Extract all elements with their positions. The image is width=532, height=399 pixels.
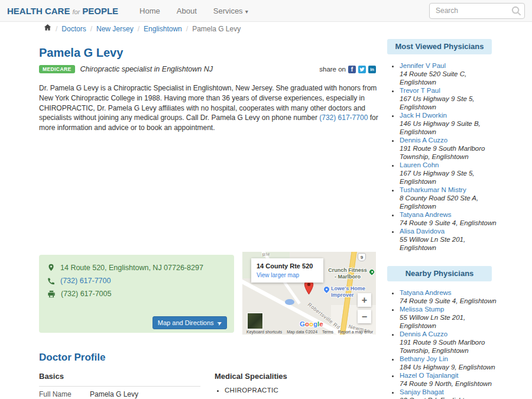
list-item: Sanjay Bhagat92 Court Rd, Englishtown xyxy=(400,388,501,399)
doctor-description: Dr. Pamela G Levy is a Chiropractic Spec… xyxy=(39,83,381,133)
google-map[interactable]: 9 Rte Crunch Fitness - Marlboro Lowe's H… xyxy=(242,252,376,335)
physician-link[interactable]: Trevor T Paul xyxy=(400,87,440,94)
top-navbar: HEALTH CAREforPEOPLE Home About Services xyxy=(0,0,532,22)
navigation-arrow-icon: ➤ xyxy=(216,319,223,327)
physician-link[interactable]: Tatyana Andrews xyxy=(400,289,452,296)
physician-address: 14 Route 520 Suite C, Englishtown xyxy=(400,70,500,86)
map-info-title: 14 County Rte 520 xyxy=(257,262,318,270)
physician-link[interactable]: Tusharkumar N Mistry xyxy=(400,186,466,193)
nav-about[interactable]: About xyxy=(168,7,205,15)
brand-people: PEOPLE xyxy=(82,6,118,16)
nav-services[interactable]: Services xyxy=(205,7,257,15)
list-item: Melissa Stump55 Willow Ln Ste 201, Engli… xyxy=(400,305,501,330)
location-pin-icon xyxy=(47,263,55,272)
basics-block: Basics Full Name Pamela G Levy Gender Fe… xyxy=(39,372,200,399)
physician-address: 191 Route 9 South Marlboro Township, Eng… xyxy=(400,338,500,355)
physician-address: 74 Route 9 North, Englishtown xyxy=(400,379,500,388)
physician-address: 74 Route 9 Suite 4, Englishtown xyxy=(400,297,500,305)
physician-address: 55 Willow Ln Ste 201, Englishtown xyxy=(400,313,500,330)
basics-heading: Basics xyxy=(39,372,200,381)
green-poi-pin-icon[interactable] xyxy=(368,268,376,276)
doctor-phone-link[interactable]: (732) 617-7700 xyxy=(60,277,111,285)
physician-link[interactable]: Sanjay Bhagat xyxy=(400,388,444,395)
breadcrumb-state[interactable]: New Jersey xyxy=(96,25,134,33)
specialities-block: Medical Specialities CHIROPRACTIC xyxy=(215,372,287,399)
phone-row: (732) 617-7700 xyxy=(47,277,226,285)
physician-link[interactable]: Dennis A Cuzzo xyxy=(400,330,447,338)
row-label: Full Name xyxy=(39,387,90,399)
phone-icon xyxy=(47,277,55,285)
search-icon[interactable] xyxy=(511,5,522,17)
description-phone-link[interactable]: (732) 617-7700 xyxy=(319,113,368,122)
list-item: Dennis A Cuzzo191 Route 9 South Marlboro… xyxy=(400,330,501,355)
physician-address: 167 Us Highway 9 Ste 5, Englishtown xyxy=(400,169,500,186)
fax-icon xyxy=(47,290,56,298)
sidebar: Most Viewed Physicians Jennifer V Paul14… xyxy=(387,39,501,399)
physician-address: 191 Route 9 South Marlboro Township, Eng… xyxy=(400,144,500,161)
map-zoom-in-button[interactable]: + xyxy=(358,293,371,307)
linkedin-icon[interactable]: in xyxy=(368,66,376,73)
profile-heading: Doctor Profile xyxy=(39,352,376,364)
physician-link[interactable]: Bethany Joy Lin xyxy=(400,355,448,362)
physician-link[interactable]: Tatyana Andrews xyxy=(400,211,452,218)
twitter-icon[interactable] xyxy=(358,66,366,73)
list-item: Tatyana Andrews74 Route 9 Suite 4, Engli… xyxy=(400,210,501,227)
breadcrumb-city[interactable]: Englishtown xyxy=(144,25,182,33)
site-logo[interactable]: HEALTH CAREforPEOPLE xyxy=(7,6,118,16)
doctor-fax: (732) 617-7005 xyxy=(61,290,111,298)
physician-link[interactable]: Dennis A Cuzzo xyxy=(400,137,447,144)
list-item: Hazel O Tajanlangit74 Route 9 North, Eng… xyxy=(400,371,501,388)
doctor-summary: Pamela G Levy MEDICARE Chiropractic spec… xyxy=(39,46,376,140)
page-title: Pamela G Levy xyxy=(39,46,376,60)
nav-home[interactable]: Home xyxy=(131,7,168,15)
report-map-error-link[interactable]: Report a map error xyxy=(338,330,373,334)
doctor-address: 14 Route 520, Englishtown, NJ 07726-8297 xyxy=(60,264,203,272)
map-directions-button[interactable]: Map and Directions ➤ xyxy=(153,316,227,329)
brand-health-care: HEALTH CARE xyxy=(7,6,70,16)
physician-link[interactable]: Melissa Stump xyxy=(400,306,444,313)
table-row: Full Name Pamela G Levy xyxy=(39,387,200,399)
list-item: Trevor T Paul167 Us Highway 9 Ste 5, Eng… xyxy=(400,86,501,111)
nearby-header: Nearby Physicians xyxy=(387,266,492,281)
brand-for: for xyxy=(72,8,80,15)
list-item: Lauren Cohn167 Us Highway 9 Ste 5, Engli… xyxy=(400,161,501,186)
map-zoom-out-button[interactable]: − xyxy=(358,310,371,323)
physician-link[interactable]: Jack H Dworkin xyxy=(400,112,447,119)
list-item: Alisa Davidova55 Willow Ln Ste 201, Engl… xyxy=(400,227,501,252)
keyboard-shortcuts-link[interactable]: Keyboard shortcuts xyxy=(246,330,282,334)
satellite-toggle-thumbnail[interactable] xyxy=(247,313,263,329)
breadcrumb-home[interactable] xyxy=(44,25,51,33)
medicare-badge: MEDICARE xyxy=(39,65,75,73)
doctor-profile-section: Doctor Profile Basics Full Name Pamela G… xyxy=(39,352,376,399)
nav-services-label: Services xyxy=(213,7,243,15)
blue-poi-pin-icon[interactable] xyxy=(322,285,332,294)
most-viewed-list: Jennifer V Paul14 Route 520 Suite C, Eng… xyxy=(387,61,501,252)
share-label: share on xyxy=(319,66,346,73)
physician-link[interactable]: Jennifer V Paul xyxy=(400,62,446,69)
breadcrumb: Doctors New Jersey Englishtown Pamela G … xyxy=(44,25,241,33)
breadcrumb-doctors[interactable]: Doctors xyxy=(61,25,86,33)
breadcrumb-current: Pamela G Levy xyxy=(192,25,241,33)
address-row: 14 Route 520, Englishtown, NJ 07726-8297 xyxy=(47,263,226,272)
list-item: Tatyana Andrews74 Route 9 Suite 4, Engli… xyxy=(400,288,501,305)
terms-link[interactable]: Terms xyxy=(322,330,333,334)
facebook-icon[interactable]: f xyxy=(348,66,356,73)
physician-link[interactable]: Lauren Cohn xyxy=(400,161,439,168)
physician-address: 92 Court Rd, Englishtown xyxy=(400,396,500,399)
physician-link[interactable]: Hazel O Tajanlangit xyxy=(400,372,459,379)
route-9-shield-icon: 9 xyxy=(358,253,366,261)
nav-links: Home About Services xyxy=(131,7,257,15)
google-logo: Google xyxy=(300,320,323,327)
map-pond xyxy=(285,299,294,305)
home-icon xyxy=(44,24,51,31)
nearby-list: Tatyana Andrews74 Route 9 Suite 4, Engli… xyxy=(387,288,501,399)
basics-table: Full Name Pamela G Levy Gender Female xyxy=(39,386,200,399)
view-larger-map-link[interactable]: View larger map xyxy=(257,272,318,278)
physician-address: 167 Us Highway 9 Ste 5, Englishtown xyxy=(400,95,500,111)
most-viewed-header: Most Viewed Physicians xyxy=(387,39,492,54)
poi-crunch-fitness[interactable]: Crunch Fitness - Marlboro xyxy=(327,267,368,280)
share-bar: share on f in xyxy=(319,66,376,73)
physician-address: 55 Willow Ln Ste 201, Englishtown xyxy=(400,235,500,252)
doctor-subtitle: Chiropractic specialist in Englishtown N… xyxy=(80,65,213,73)
physician-link[interactable]: Alisa Davidova xyxy=(400,228,445,235)
